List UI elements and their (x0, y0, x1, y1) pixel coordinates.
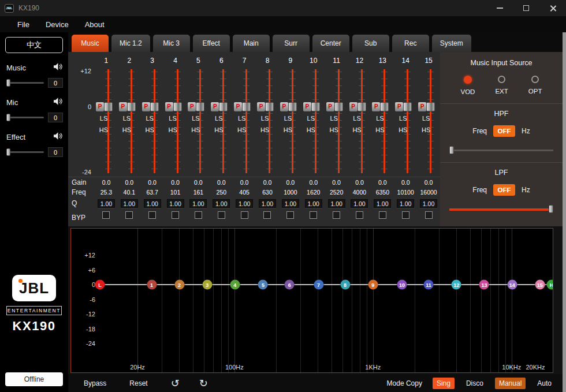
peak-button[interactable]: P (372, 102, 380, 111)
tab-effect[interactable]: Effect (193, 35, 230, 52)
volume-slider-handle[interactable] (6, 148, 10, 156)
bypass-checkbox-15[interactable] (417, 209, 440, 226)
slider-handle[interactable] (380, 102, 389, 111)
bypass-checkbox-2[interactable] (118, 209, 141, 226)
tab-system[interactable]: System (432, 35, 471, 52)
volume-slider-handle[interactable] (6, 114, 10, 121)
source-option-vod[interactable]: VOD (461, 76, 475, 95)
slider-handle[interactable] (219, 102, 228, 111)
slider-handle[interactable] (426, 102, 435, 111)
low-shelf-button[interactable]: LS (141, 115, 159, 122)
lpf-slider[interactable] (449, 205, 553, 213)
connection-status-button[interactable]: Offline (5, 372, 63, 386)
bypass-checkbox-3[interactable] (141, 209, 164, 226)
low-shelf-button[interactable]: LS (233, 115, 251, 122)
high-shelf-button[interactable]: HS (164, 126, 182, 133)
low-shelf-button[interactable]: LS (118, 115, 136, 122)
tab-rec[interactable]: Rec (392, 35, 429, 52)
language-button[interactable]: 中文 (5, 37, 63, 53)
mode-disco[interactable]: Disco (462, 378, 487, 389)
volume-slider[interactable] (6, 151, 44, 153)
low-shelf-button[interactable]: LS (417, 115, 435, 122)
tab-music[interactable]: Music (72, 35, 109, 52)
high-shelf-button[interactable]: HS (256, 126, 274, 133)
bypass-checkbox-12[interactable] (348, 209, 371, 226)
peak-button[interactable]: P (280, 102, 288, 111)
bypass-checkbox-5[interactable] (187, 209, 210, 226)
low-shelf-button[interactable]: LS (394, 115, 412, 122)
peak-button[interactable]: P (395, 102, 403, 111)
high-shelf-button[interactable]: HS (95, 126, 113, 133)
eq-point-8[interactable]: 8 (340, 280, 350, 290)
bypass-checkbox-6[interactable] (210, 209, 233, 226)
hpf-toggle-button[interactable]: OFF (493, 125, 515, 137)
low-shelf-button[interactable]: LS (164, 115, 182, 122)
lpf-toggle-button[interactable]: OFF (493, 184, 515, 196)
tab-mic-3[interactable]: Mic 3 (153, 35, 190, 52)
slider-handle[interactable] (288, 102, 297, 111)
mode-auto[interactable]: Auto (533, 378, 556, 389)
high-shelf-button[interactable]: HS (118, 126, 136, 133)
bypass-checkbox-10[interactable] (302, 209, 325, 226)
eq-point-h[interactable]: H (547, 280, 554, 290)
high-shelf-button[interactable]: HS (371, 126, 389, 133)
peak-button[interactable]: P (142, 102, 150, 111)
peak-button[interactable]: P (349, 102, 358, 111)
eq-point-3[interactable]: 3 (202, 280, 212, 290)
bypass-checkbox-9[interactable] (279, 209, 302, 226)
radio-icon[interactable] (531, 76, 539, 83)
eq-point-15[interactable]: 15 (535, 280, 545, 290)
minimize-button[interactable] (486, 0, 513, 16)
eq-point-12[interactable]: 12 (452, 280, 461, 290)
bypass-checkbox-13[interactable] (371, 209, 394, 226)
hpf-slider-handle[interactable] (449, 146, 454, 154)
reset-button[interactable]: Reset (129, 379, 147, 387)
eq-point-9[interactable]: 9 (368, 280, 378, 290)
slider-handle[interactable] (104, 102, 113, 111)
high-shelf-button[interactable]: HS (141, 126, 159, 133)
high-shelf-button[interactable]: HS (325, 126, 343, 133)
tab-surr[interactable]: Surr (273, 35, 310, 52)
low-shelf-button[interactable]: LS (95, 115, 113, 122)
low-shelf-button[interactable]: LS (187, 115, 204, 122)
scrollbar[interactable] (563, 32, 566, 392)
low-shelf-button[interactable]: LS (279, 115, 297, 122)
peak-button[interactable]: P (188, 102, 196, 111)
eq-point-11[interactable]: 11 (424, 280, 434, 290)
high-shelf-button[interactable]: HS (279, 126, 297, 133)
eq-point-4[interactable]: 4 (230, 280, 240, 290)
menu-about[interactable]: About (77, 16, 113, 32)
eq-point-6[interactable]: 6 (285, 280, 295, 290)
eq-point-13[interactable]: 13 (479, 280, 489, 290)
slider-handle[interactable] (150, 102, 159, 111)
source-option-ext[interactable]: EXT (495, 76, 508, 95)
bypass-button[interactable]: Bypass (84, 379, 106, 387)
eq-point-l[interactable]: L (95, 280, 105, 290)
slider-handle[interactable] (311, 102, 320, 111)
volume-slider[interactable] (6, 82, 44, 84)
low-shelf-button[interactable]: LS (348, 115, 366, 122)
high-shelf-button[interactable]: HS (187, 126, 204, 133)
high-shelf-button[interactable]: HS (348, 126, 366, 133)
slider-handle[interactable] (265, 102, 274, 111)
menu-file[interactable]: File (9, 16, 38, 32)
slider-handle[interactable] (242, 102, 251, 111)
redo-icon[interactable]: ↻ (199, 378, 208, 389)
slider-handle[interactable] (127, 102, 136, 111)
bypass-checkbox-1[interactable] (95, 209, 118, 226)
eq-point-10[interactable]: 10 (397, 280, 407, 290)
mute-button[interactable] (53, 62, 63, 73)
slider-handle[interactable] (173, 102, 182, 111)
peak-button[interactable]: P (303, 102, 311, 111)
lpf-slider-handle[interactable] (549, 205, 553, 213)
mute-button[interactable] (53, 97, 63, 108)
source-option-opt[interactable]: OPT (528, 76, 542, 95)
tab-center[interactable]: Center (312, 35, 349, 52)
eq-point-5[interactable]: 5 (258, 280, 268, 290)
tab-main[interactable]: Main (233, 35, 270, 52)
mode-sing[interactable]: Sing (433, 378, 455, 389)
tab-sub[interactable]: Sub (352, 35, 389, 52)
slider-handle[interactable] (196, 102, 204, 111)
volume-slider-handle[interactable] (6, 79, 10, 87)
undo-icon[interactable]: ↺ (171, 378, 180, 389)
